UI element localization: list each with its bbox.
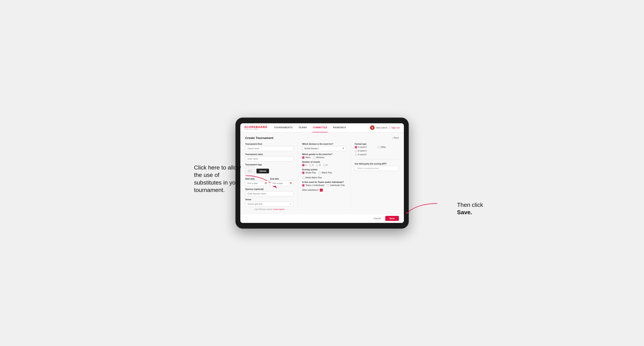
gender-mens-radio[interactable] [302,156,304,159]
nav-teams[interactable]: TEAMS [298,123,308,133]
round-2-label: 2 [312,164,314,166]
format-5c4-option[interactable]: 5 count 4 [355,146,376,149]
format-label: Format type [355,143,399,145]
round-4-option[interactable]: 4 [323,164,328,167]
round-3-label: 3 [319,164,320,166]
tablet-screen: SCOREBOARD Powered by clippd TOURNAMENTS… [240,123,404,223]
allow-subs-checkbox[interactable]: ✓ [320,189,323,191]
gender-mens-option[interactable]: Mens [302,156,310,159]
round-3-option[interactable]: 3 [316,164,320,167]
division-label: Which division is the event for? [302,143,346,145]
scoring-medal-option[interactable]: Medal Match Play [302,176,322,179]
scoring-api-label: Use third-party live scoring API? [355,163,399,165]
format-other-radio[interactable] [378,146,380,149]
scoring-service-select[interactable]: Select a scoring service [355,166,399,171]
venue-email-support[interactable]: email support [273,208,284,210]
format-6c5-label: 6 count 5 [358,154,366,156]
logo-score: SCORE [244,125,256,129]
back-button[interactable]: ‹ Back [392,137,399,139]
scoring-match-radio[interactable] [318,172,321,174]
format-6c5-radio[interactable] [355,154,357,156]
logo-board: BOARD [256,125,267,129]
tournament-host-label: Tournament Host [245,143,294,145]
start-date-group: Start date 📅 [245,178,269,186]
end-date-wrap: 📅 [270,181,294,186]
venue-group: Venue ▼ Can't find your venue? email sup… [245,198,294,210]
upload-button[interactable]: Upload [256,169,269,173]
tournament-name-label: Tournament name [245,153,294,156]
round-4-radio[interactable] [323,164,326,167]
scoring-match-option[interactable]: Match Play [318,172,332,174]
round-1-option[interactable]: 1 [302,164,306,167]
start-date-wrap: 📅 [245,181,269,186]
allow-subs-group: Allow substitutes? ✓ [302,189,346,191]
round-1-radio[interactable] [302,164,304,167]
nav-tournaments[interactable]: TOURNAMENTS [274,123,293,133]
tournament-logo-label: Tournament logo [245,164,294,166]
scoring-medal-radio[interactable] [302,176,304,179]
format-6c4-radio[interactable] [355,150,357,152]
scoring-stroke-radio[interactable] [302,172,304,174]
scoring-api-group: Use third-party live scoring API? Select… [355,163,399,171]
round-2-option[interactable]: 2 [309,164,314,167]
start-date-icon: 📅 [264,182,267,184]
event-teams-option[interactable]: Teams (+Individuals) [302,184,324,187]
cancel-button[interactable]: Cancel [371,216,383,221]
logo-subtitle: Powered by clippd [244,129,268,130]
scoring-radio-group: Stroke Play Match Play Medal Match Play [302,172,346,179]
scoring-service-wrap: Select a scoring service [355,166,399,171]
venue-dropdown-icon: ▼ [290,203,292,205]
sponsor-input[interactable] [245,191,294,196]
gender-group: Which gender is the event for? Mens Wome… [302,153,346,159]
allow-subs-checkbox-group: Allow substitutes? ✓ [302,189,346,191]
venue-input[interactable] [245,201,294,207]
nav-links: TOURNAMENTS TEAMS COMMITTEE RANKINGS [274,123,370,133]
scoring-stroke-label: Stroke Play [306,172,316,174]
gender-radio-group: Mens Womens [302,156,346,159]
round-4-label: 4 [326,164,328,166]
tournament-host-input[interactable] [245,146,294,151]
event-teams-label: Teams (+Individuals) [306,184,324,186]
nav-username: blair admin [376,126,387,129]
scoring-stroke-option[interactable]: Stroke Play [302,172,316,174]
tablet-frame: SCOREBOARD Powered by clippd TOURNAMENTS… [236,118,409,229]
page-title: Create Tournament [245,136,273,140]
format-other-option[interactable]: Other [378,146,399,149]
round-2-radio[interactable] [309,164,312,167]
date-row: Start date 📅 End date [245,178,294,186]
event-individuals-radio[interactable] [327,184,329,187]
event-teams-radio[interactable] [302,184,304,187]
event-type-group: Is this event for Teams and/or Individua… [302,181,346,187]
venue-label: Venue [245,198,294,201]
round-3-radio[interactable] [316,164,318,167]
format-5c4-radio[interactable] [355,146,357,149]
format-6c4-option[interactable]: 6 count 4 [355,150,376,152]
gender-womens-radio[interactable] [313,156,316,159]
annotation-right-text: Then click Save. [457,201,483,216]
format-grid: 5 count 4 Other 6 count 4 [355,146,399,156]
format-6c4-label: 6 count 4 [358,150,366,152]
division-select-wrap: NCAA Division I NCAA Division II NCAA Di… [302,146,346,151]
scoring-match-label: Match Play [322,172,332,174]
format-6c5-option[interactable]: 6 count 5 [355,154,376,156]
nav-rankings[interactable]: RANKINGS [333,123,346,133]
format-other-label: Other [381,146,386,148]
form-section-middle: Which division is the event for? NCAA Di… [298,143,346,210]
nav-bar: SCOREBOARD Powered by clippd TOURNAMENTS… [240,123,404,132]
save-button[interactable]: Save [385,216,399,221]
event-individuals-option[interactable]: Individuals Only [327,184,345,187]
scoring-group: Scoring system Stroke Play Match Play [302,169,346,179]
event-type-radio-group: Teams (+Individuals) Individuals Only [302,184,346,187]
nav-committee[interactable]: COMMITTEE [312,123,328,133]
gender-womens-option[interactable]: Womens [313,156,324,159]
end-date-group: End date 📅 [270,178,294,186]
gender-label: Which gender is the event for? [302,153,346,156]
rounds-group: Number of rounds 1 2 [302,161,346,167]
tournament-name-input[interactable] [245,156,294,162]
scoring-label: Scoring system [302,169,346,171]
sponsor-group: Sponsor (optional) [245,188,294,196]
page-content: Create Tournament ‹ Back Tournament Host… [240,132,404,214]
format-options: 5 count 4 Other 6 count 4 [355,146,399,156]
nav-signout[interactable]: Sign out [391,126,400,129]
division-select[interactable]: NCAA Division I NCAA Division II NCAA Di… [302,146,346,151]
